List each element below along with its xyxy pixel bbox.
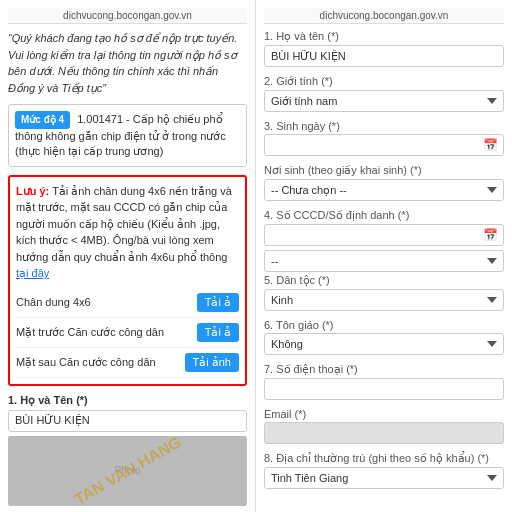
left-field1-input[interactable]: [8, 410, 247, 432]
form-input-1[interactable]: [264, 45, 504, 67]
left-field1-section: 1. Họ và Tên (*) Photo TAN VAN HANG: [8, 394, 247, 506]
left-top-bar: dichvucong.bocongan.gov.vn: [8, 8, 247, 24]
right-panel: dichvucong.bocongan.gov.vn 1. Họ và tên …: [256, 0, 512, 512]
form-field-email: Email (*): [264, 408, 504, 444]
form-field-5: 5. Dân tộc (*) Kinh: [264, 274, 504, 311]
form-select-noi-sinh[interactable]: -- Chưa chọn --: [264, 179, 504, 201]
form-label-5: 5. Dân tộc (*): [264, 274, 504, 287]
form-label-3b: Nơi sinh (theo giấy khai sinh) (*): [264, 164, 504, 177]
luu-y-box: Lưu ý: Tải ảnh chân dung 4x6 nền trắng v…: [8, 175, 247, 386]
upload-btn-1[interactable]: Tải ả: [197, 293, 239, 312]
form-field-2: 2. Giới tính (*) Giới tính nam: [264, 75, 504, 112]
form-label-2: 2. Giới tính (*): [264, 75, 504, 88]
form-field-3b: Nơi sinh (theo giấy khai sinh) (*) -- Ch…: [264, 164, 504, 201]
form-label-4: 4. Số CCCD/Số định danh (*): [264, 209, 504, 222]
form-label-1: 1. Họ và tên (*): [264, 30, 504, 43]
form-label-7: 7. Số điện thoại (*): [264, 363, 504, 376]
luu-y-link[interactable]: tại đây: [16, 267, 49, 279]
upload-label-1: Chân dung 4x6: [16, 294, 197, 311]
form-select-cccd2[interactable]: --: [264, 250, 504, 272]
form-select-gioi-tinh[interactable]: Giới tính nam: [264, 90, 504, 112]
form-select-tinh[interactable]: Tinh Tiên Giang: [264, 467, 504, 489]
form-input-cccd[interactable]: [264, 224, 504, 246]
photo-placeholder: Photo TAN VAN HANG: [8, 436, 247, 506]
calendar-icon: 📅: [483, 138, 498, 152]
form-label-3: 3. Sinh ngày (*): [264, 120, 504, 132]
form-field-9: 8. Địa chỉ thường trú (ghi theo số hộ kh…: [264, 452, 504, 489]
form-field-6: 6. Tôn giáo (*) Không: [264, 319, 504, 355]
info-text: Quý khách đang tạo hồ sơ để nộp trực tuy…: [8, 30, 247, 96]
upload-btn-3[interactable]: Tải ảnh: [185, 353, 239, 372]
form-field-3: 3. Sinh ngày (*) 📅: [264, 120, 504, 156]
upload-row-2: Mặt trước Căn cước công dân Tải ả: [16, 318, 239, 348]
form-label-email: Email (*): [264, 408, 504, 420]
form-input-phone[interactable]: [264, 378, 504, 400]
upload-btn-2[interactable]: Tải ả: [197, 323, 239, 342]
right-top-bar: dichvucong.bocongan.gov.vn: [264, 8, 504, 24]
form-label-9: 8. Địa chỉ thường trú (ghi theo số hộ kh…: [264, 452, 504, 465]
calendar-icon-2: 📅: [483, 228, 498, 242]
form-input-email[interactable]: [264, 422, 504, 444]
right-url-label: dichvucong.bocongan.gov.vn: [320, 10, 449, 21]
left-url-label: dichvucong.bocongan.gov.vn: [63, 10, 192, 21]
cccd-wrap: 📅: [264, 224, 504, 246]
upload-label-3: Mặt sau Căn cước công dân: [16, 354, 185, 371]
form-input-date[interactable]: [264, 134, 504, 156]
form-select-dan-toc[interactable]: Kinh: [264, 289, 504, 311]
form-field-7: 7. Số điện thoại (*): [264, 363, 504, 400]
form-field-4: 4. Số CCCD/Số định danh (*) 📅 --: [264, 209, 504, 266]
photo-placeholder-text: Photo: [114, 465, 140, 476]
muc-do-badge: Mức độ 4: [15, 111, 70, 129]
date-wrap: 📅: [264, 134, 504, 156]
upload-row-3: Mặt sau Căn cước công dân Tải ảnh: [16, 348, 239, 378]
luu-y-text: Tải ảnh chân dung 4x6 nền trắng và mặt t…: [16, 185, 232, 263]
left-field1-label: 1. Họ và Tên (*): [8, 394, 247, 407]
form-field-1: 1. Họ và tên (*): [264, 30, 504, 67]
upload-row-1: Chân dung 4x6 Tải ả: [16, 288, 239, 318]
luu-y-title: Lưu ý:: [16, 185, 49, 197]
left-panel: dichvucong.bocongan.gov.vn Quý khách đan…: [0, 0, 256, 512]
muc-do-box: Mức độ 4 1.001471 - Cấp hộ chiếu phổ thô…: [8, 104, 247, 167]
upload-label-2: Mặt trước Căn cước công dân: [16, 324, 197, 341]
form-select-ton-giao[interactable]: Không: [264, 333, 504, 355]
form-label-6: 6. Tôn giáo (*): [264, 319, 504, 331]
